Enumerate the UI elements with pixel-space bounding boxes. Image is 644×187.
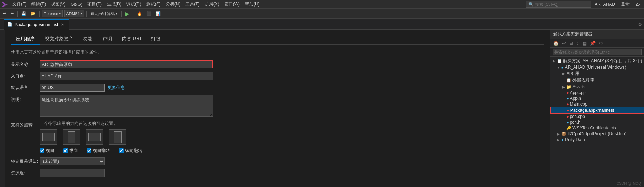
ar-ahad-arrow: ▼ (556, 65, 561, 69)
solution-root-label: 解决方案 'AR_AHAD' (3 个项目，共 3 个) (563, 58, 642, 64)
tree-il2cpp[interactable]: ▶ 📦 Il2CppOutputProject (Desktop) (550, 131, 644, 137)
redo-button[interactable]: ↪ (9, 10, 15, 17)
rotation-landscape-check[interactable]: 横向 (40, 148, 55, 154)
menu-build[interactable]: 生成(B) (105, 0, 124, 8)
landscape-checkbox[interactable] (40, 148, 44, 153)
menu-git[interactable]: Git(G) (68, 1, 85, 8)
search-input[interactable] (535, 2, 586, 7)
tree-ext-deps[interactable]: 📋 外部依赖项 (550, 77, 644, 84)
resource-group-label: 资源组: (11, 170, 40, 176)
diagnostics-button[interactable]: 📊 (154, 10, 162, 17)
rotation-portrait-check[interactable]: 纵向 (63, 148, 78, 154)
config-arrow: ▾ (59, 11, 61, 16)
hot-reload-button[interactable]: 🔥 (135, 10, 143, 17)
more-info-link[interactable]: 更多信息 (108, 85, 125, 91)
app-cpp-icon: ● (566, 90, 569, 95)
solution-filter-btn[interactable]: ▦ (581, 40, 588, 46)
lock-screen-label: 锁定屏幕通知: (11, 158, 40, 165)
solution-root-node[interactable]: ▶ 📋 解决方案 'AR_AHAD' (3 个项目，共 3 个) (550, 58, 644, 64)
login-button[interactable]: 登录 (619, 0, 632, 8)
toolbar: ↩ ↪ 💾 📂 Release ▾ ARM64 ▾ 🖥 远程计算机 ▾ ▶ 🔥 … (0, 9, 644, 19)
rotation-portrait-flip-check[interactable]: 纵向翻转 (119, 148, 142, 154)
stop-icon: ⬛ (146, 11, 151, 16)
tree-main-cpp[interactable]: ● Main.cpp (550, 101, 644, 107)
solution-explorer-header: 解决方案资源管理器 (550, 30, 644, 39)
app-h-label: App.h (570, 96, 581, 101)
tree-app-cpp[interactable]: ● App.cpp (550, 90, 644, 95)
menu-view[interactable]: 视图(V) (49, 0, 68, 8)
tree-project-ar-ahad[interactable]: ▼ ■ AR_AHAD (Universal Windows) (550, 64, 644, 70)
manifest-tab-func[interactable]: 功能 (78, 33, 98, 44)
platform-dropdown[interactable]: ARM64 ▾ (64, 10, 84, 17)
display-name-input[interactable] (40, 60, 213, 68)
solution-pin-btn[interactable]: 📌 (589, 40, 597, 46)
portrait-flip-checkbox[interactable] (119, 148, 124, 153)
app-cpp-label: App.cpp (570, 90, 586, 95)
save-button[interactable]: 💾 (20, 10, 28, 17)
menu-tools[interactable]: 工具(T) (183, 0, 202, 8)
default-lang-input[interactable] (40, 84, 105, 92)
manifest-tab-decl[interactable]: 声明 (98, 33, 117, 44)
il2cpp-arrow: ▶ (556, 132, 561, 136)
main-cpp-icon: ● (566, 102, 569, 106)
ext-deps-icon: 📋 (566, 78, 571, 83)
solution-refresh-btn[interactable]: ↩ (561, 40, 567, 46)
menubar: 文件(F) 编辑(E) 视图(V) Git(G) 项目(P) 生成(B) 调试(… (0, 0, 644, 9)
menu-file[interactable]: 文件(F) (10, 0, 29, 8)
stop-button[interactable]: ⬛ (145, 10, 153, 17)
default-lang-row: 默认语言: 更多信息 (11, 84, 544, 92)
manifest-tab-uri[interactable]: 内容 URI (117, 33, 146, 44)
window-controls[interactable]: 🗗 (634, 1, 643, 8)
solution-search-input[interactable] (553, 49, 642, 55)
open-button[interactable]: 📂 (29, 10, 37, 17)
rotation-icons (40, 129, 142, 145)
tree-unity-data[interactable]: ▶ ● Unity Data (550, 137, 644, 143)
remote-icon: 🖥 (90, 12, 94, 16)
menu-project[interactable]: 项目(P) (85, 0, 104, 8)
manifest-tab-pack[interactable]: 打包 (146, 33, 165, 44)
resource-group-row: 资源组: (11, 169, 544, 177)
rotation-portrait-icon (63, 129, 80, 145)
solution-settings-btn[interactable]: ⚙ (598, 40, 604, 46)
rotation-landscape-flip-check[interactable]: 横向翻转 (87, 148, 110, 154)
menu-test[interactable]: 测试(S) (144, 0, 163, 8)
remote-machine-button[interactable]: 🖥 远程计算机 ▾ (89, 10, 119, 17)
resource-group-input[interactable] (40, 169, 105, 177)
description-textarea[interactable]: 急性高原病诊疗训练系统 (40, 95, 213, 117)
solution-home-btn[interactable]: 🏠 (552, 40, 560, 46)
tree-wsa-cert[interactable]: 🔑 WSATestCertificate.pfx (550, 125, 644, 131)
app-h-icon: ● (566, 96, 569, 101)
manifest-tab-app[interactable]: 应用程序 (11, 33, 40, 45)
menu-ext[interactable]: 扩展(X) (203, 0, 221, 8)
il2cpp-icon: 📦 (561, 132, 566, 136)
landscape-label: 横向 (46, 148, 55, 154)
solution-collapse-btn[interactable]: ⊟ (568, 40, 574, 46)
entry-point-input[interactable] (40, 72, 213, 80)
config-dropdown[interactable]: Release ▾ (42, 10, 63, 17)
search-box[interactable]: 🔍 (526, 1, 591, 8)
tree-package-manifest[interactable]: ● Package.appxmanifest (550, 107, 644, 114)
menu-help[interactable]: 帮助(H) (243, 0, 262, 8)
play-button[interactable]: ▶ (124, 10, 131, 17)
tree-app-h[interactable]: ● App.h (550, 95, 644, 101)
assets-label: Assets (572, 84, 585, 89)
tree-assets[interactable]: ▶ 📁 Assets (550, 84, 644, 90)
menu-debug[interactable]: 调试(D) (124, 0, 143, 8)
portrait-checkbox[interactable] (63, 148, 68, 153)
undo-button[interactable]: ↩ (1, 10, 8, 17)
menu-analyze[interactable]: 分析(N) (164, 0, 183, 8)
menu-window[interactable]: 窗口(W) (222, 0, 242, 8)
tree-pch-h[interactable]: ● pch.h (550, 119, 644, 125)
menu-edit[interactable]: 编辑(E) (29, 0, 48, 8)
portrait-label: 纵向 (69, 148, 78, 154)
solution-root-icon: 📋 (557, 59, 562, 63)
solution-pending-btn[interactable]: ↕ (575, 40, 580, 46)
tab-close-button[interactable]: ✕ (60, 22, 65, 27)
landscape-flip-checkbox[interactable] (87, 148, 91, 153)
manifest-tab-visual[interactable]: 视觉对象资产 (40, 33, 78, 44)
lock-screen-select[interactable]: (未设置) (40, 157, 105, 165)
tree-pch-cpp[interactable]: ● pch.cpp (550, 114, 644, 119)
tab-manifest[interactable]: 📄 Package.appxmanifest ✕ (4, 19, 69, 30)
tree-refs[interactable]: ▶ ⊞ 引用 (550, 70, 644, 77)
auto-hide-button[interactable]: ⚙ (638, 21, 643, 27)
